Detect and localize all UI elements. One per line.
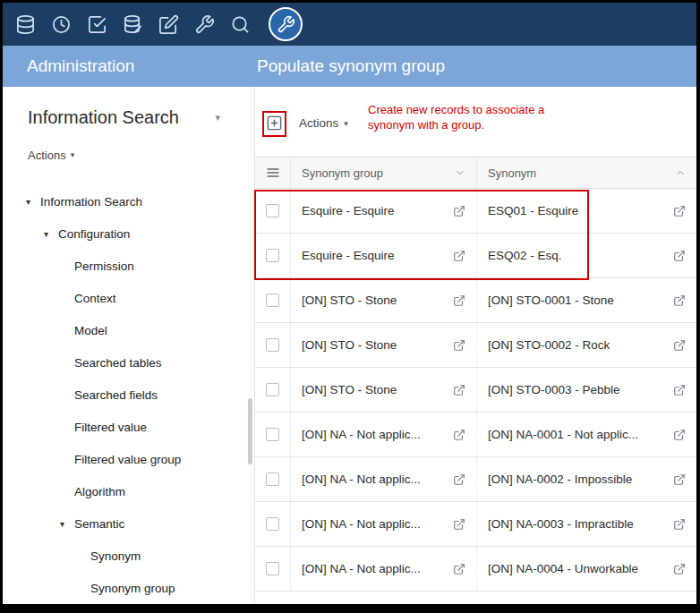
row-checkbox[interactable] [266, 383, 279, 396]
row-checkbox[interactable] [266, 204, 279, 217]
tree-item-label: Model [74, 324, 107, 337]
synonym-cell: [ON] STO-0003 - Pebble [477, 368, 696, 412]
synonym-cell: ESQ01 - Esquire [477, 189, 696, 233]
row-checkbox[interactable] [266, 294, 279, 307]
tree-item-label: Synonym group [90, 582, 175, 595]
external-link-icon[interactable] [453, 250, 465, 262]
external-link-icon[interactable] [673, 384, 686, 396]
row-checkbox[interactable] [266, 517, 279, 531]
column-header-synonym[interactable]: Synonym [477, 158, 696, 188]
row-checkbox[interactable] [266, 473, 279, 486]
synonym-cell: [ON] NA-0003 - Impractible [477, 502, 696, 546]
sidebar: Information Search ▾ Actions ▾ ▾ Informa… [3, 87, 254, 604]
external-link-icon[interactable] [453, 294, 465, 307]
row-checkbox-cell [255, 368, 291, 412]
external-link-icon[interactable] [453, 429, 465, 441]
table-row: [ON] NA - Not applic... [ON] NA-0004 - U… [255, 547, 696, 592]
sidebar-tree-item[interactable]: Permission [3, 250, 254, 282]
synonym-group-value: [ON] NA - Not applic... [302, 517, 421, 531]
synonym-group-value: Esquire - Esquire [302, 249, 395, 262]
external-link-icon[interactable] [673, 429, 686, 441]
records-table: Synonym group Synonym Esquire - Esquire … [255, 157, 696, 592]
synonym-cell: [ON] NA-0004 - Unworkable [477, 547, 696, 591]
sidebar-title-dropdown[interactable]: Information Search ▾ [3, 105, 254, 130]
database-icon[interactable] [15, 14, 36, 35]
wrench-active-icon [277, 15, 295, 34]
annotation-text: Create new records to associate a synony… [368, 102, 547, 132]
tree-item-label: Searched tables [74, 356, 162, 370]
sidebar-scrollbar[interactable] [248, 398, 252, 464]
table-row: [ON] STO - Stone [ON] STO-0002 - Rock [255, 323, 696, 368]
external-link-icon[interactable] [673, 563, 686, 575]
new-record-button[interactable] [262, 111, 286, 137]
row-checkbox[interactable] [266, 562, 279, 575]
synonym-group-cell: [ON] STO - Stone [291, 368, 477, 412]
external-link-icon[interactable] [453, 384, 465, 396]
chevron-up-icon [675, 167, 686, 178]
external-link-icon[interactable] [453, 205, 465, 217]
synonym-group-cell: [ON] STO - Stone [291, 278, 477, 322]
sidebar-tree-item[interactable]: Context [3, 282, 254, 314]
header-bar: Administration Populate synonym group [3, 46, 696, 87]
database-edit-icon[interactable] [123, 14, 143, 35]
sidebar-tree-item[interactable]: Searched fields [3, 379, 254, 411]
sidebar-tree-item[interactable]: ▾ Configuration [3, 217, 254, 250]
list-menu-button[interactable] [255, 158, 291, 188]
chevron-down-icon [455, 167, 465, 178]
active-tool-button[interactable] [269, 7, 303, 41]
sidebar-actions-dropdown[interactable]: Actions ▾ [28, 146, 254, 164]
synonym-cell: [ON] STO-0001 - Stone [477, 278, 696, 322]
row-checkbox-cell [255, 278, 291, 322]
table-row: Esquire - Esquire ESQ01 - Esquire [255, 189, 696, 234]
sidebar-tree-item[interactable]: Algorithm [3, 475, 254, 507]
external-link-icon[interactable] [673, 294, 686, 307]
row-checkbox[interactable] [266, 249, 279, 262]
sidebar-tree-item[interactable]: Searched tables [3, 346, 254, 379]
external-link-icon[interactable] [673, 250, 686, 262]
row-checkbox[interactable] [266, 428, 279, 441]
tree-expand-caret-icon[interactable]: ▾ [26, 197, 40, 207]
sidebar-tree-item[interactable]: Model [3, 314, 254, 346]
external-link-icon[interactable] [673, 339, 686, 352]
sidebar-tree-item[interactable]: ▾ Information Search [3, 185, 254, 217]
row-checkbox-cell [255, 323, 291, 367]
wrench-icon[interactable] [194, 14, 215, 35]
clock-icon[interactable] [51, 14, 72, 35]
external-link-icon[interactable] [673, 473, 686, 486]
sidebar-tree-item[interactable]: Filtered value group [3, 443, 254, 475]
chevron-down-icon: ▾ [344, 119, 348, 128]
synonym-group-value: [ON] NA - Not applic... [302, 428, 421, 441]
tree-item-label: Information Search [40, 195, 142, 209]
synonym-value: [ON] NA-0001 - Not applic... [488, 428, 638, 441]
external-link-icon[interactable] [673, 518, 686, 531]
external-link-icon[interactable] [673, 205, 686, 217]
table-body: Esquire - Esquire ESQ01 - Esquire Esquir… [255, 189, 696, 592]
external-link-icon[interactable] [453, 518, 465, 531]
synonym-group-cell: [ON] NA - Not applic... [291, 502, 477, 546]
search-icon[interactable] [230, 14, 251, 35]
tree-expand-caret-icon[interactable]: ▾ [60, 519, 74, 529]
table-row: [ON] NA - Not applic... [ON] NA-0001 - N… [255, 413, 696, 457]
external-link-icon[interactable] [453, 473, 465, 486]
row-checkbox-cell [255, 413, 291, 456]
synonym-cell: [ON] NA-0002 - Impossible [477, 457, 696, 501]
check-square-icon[interactable] [87, 14, 107, 35]
list-actions-dropdown[interactable]: Actions ▾ [299, 116, 348, 130]
synonym-group-value: [ON] STO - Stone [302, 338, 397, 352]
sidebar-tree: ▾ Information Search ▾ Configuration Per… [3, 185, 254, 604]
sidebar-tree-item[interactable]: ▾ Semantic [3, 507, 254, 540]
external-link-icon[interactable] [453, 563, 465, 575]
external-link-icon[interactable] [453, 339, 465, 352]
tree-expand-caret-icon[interactable]: ▾ [44, 229, 58, 239]
synonym-group-cell: Esquire - Esquire [291, 189, 477, 233]
document-edit-icon[interactable] [158, 14, 179, 35]
sidebar-tree-item[interactable]: Synonym [3, 540, 254, 572]
synonym-group-cell: [ON] NA - Not applic... [291, 413, 477, 456]
tree-item-label: Filtered value group [74, 453, 181, 466]
row-checkbox[interactable] [266, 338, 279, 352]
column-header-synonym-group[interactable]: Synonym group [291, 158, 477, 188]
sidebar-tree-item[interactable]: Synonym group [3, 572, 254, 604]
hamburger-icon [266, 166, 280, 180]
table-row: Esquire - Esquire ESQ02 - Esq. [255, 234, 696, 278]
sidebar-tree-item[interactable]: Filtered value [3, 411, 254, 443]
